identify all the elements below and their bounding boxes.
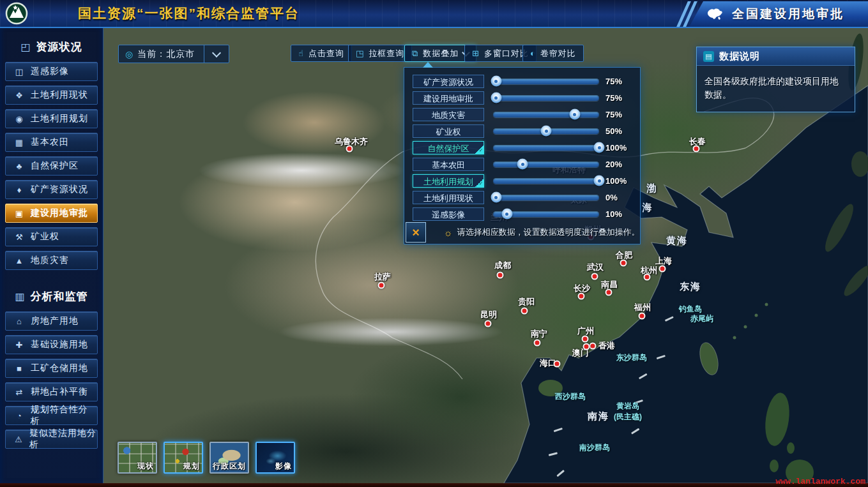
- opacity-value: 75%: [605, 77, 634, 86]
- sidebar-item[interactable]: ⇄ 耕地占补平衡: [5, 382, 98, 401]
- overlay-layer-row: 矿产资源状况 75%: [404, 73, 640, 89]
- toolbar-button[interactable]: ☝ 点击查询: [291, 45, 352, 62]
- china-map-icon: [705, 7, 724, 21]
- sidebar-item[interactable]: ◉ 土地利用规划: [5, 109, 98, 128]
- sidebar-item-label: 房地产用地: [31, 315, 79, 327]
- toolbar-button-icon: ◳: [356, 49, 364, 58]
- layer-select-button[interactable]: 土地利用规划: [413, 174, 484, 188]
- overlay-layer-row: 地质灾害 75%: [404, 106, 640, 123]
- sidebar-item[interactable]: ▣ 建设用地审批: [5, 204, 98, 223]
- toolbar-button-icon: ⧉: [412, 49, 418, 59]
- opacity-slider-track[interactable]: [493, 161, 599, 167]
- sidebar-item[interactable]: ⌂ 房地产用地: [5, 311, 98, 331]
- opacity-slider-track[interactable]: [493, 178, 599, 184]
- location-current-value: 当前：北京市: [137, 49, 204, 60]
- data-description-body: 全国各级政府批准的建设项目用地数据。: [697, 66, 855, 112]
- opacity-slider-track[interactable]: [493, 145, 599, 151]
- opacity-slider-thumb[interactable]: [594, 142, 605, 153]
- basemap-thumbnail[interactable]: 行政区划: [209, 442, 249, 474]
- app-header: 国土资源“一张图”和综合监管平台 全国建设用地审批: [0, 0, 868, 28]
- sidebar-item[interactable]: ⚒ 矿业权: [5, 227, 98, 246]
- opacity-slider-track[interactable]: [493, 128, 599, 134]
- data-description-title: 数据说明: [719, 50, 760, 63]
- layer-select-button[interactable]: 遥感影像: [413, 207, 484, 221]
- basemap-thumbnail-label: 行政区划: [213, 461, 246, 472]
- overlay-layer-row: 遥感影像 10%: [404, 206, 640, 222]
- toolbar-button-label: 拉框查询: [369, 48, 404, 59]
- overlay-hint-text: 请选择相应数据，设置数据透明度进行叠加操作。: [457, 227, 640, 238]
- toolbar-button[interactable]: ◐ 卷帘对比: [522, 45, 584, 62]
- opacity-value: 0%: [605, 193, 634, 202]
- basemap-thumbnail-label: 现状: [137, 461, 154, 472]
- toolbar-button-icon: ◐: [530, 49, 536, 58]
- sidebar-item[interactable]: ■ 工矿仓储用地: [5, 359, 98, 378]
- location-pin-icon: ◎: [125, 49, 133, 59]
- opacity-value: 100%: [605, 143, 634, 153]
- sidebar-item[interactable]: ◔ 规划符合性分析: [5, 406, 98, 425]
- resources-section-icon: ◰: [20, 41, 31, 53]
- sidebar-item[interactable]: ✚ 基础设施用地: [5, 335, 98, 354]
- sidebar-section-title: 分析和监管: [31, 289, 88, 304]
- close-panel-button[interactable]: ×: [406, 222, 426, 243]
- toolbar-button-label: 点击查询: [308, 48, 344, 59]
- lightbulb-icon: ☼: [444, 227, 453, 238]
- layer-select-button[interactable]: 地质灾害: [413, 108, 484, 121]
- panel-caret: [423, 62, 433, 68]
- sidebar-item-icon: ⌂: [13, 317, 25, 326]
- chevron-down-icon[interactable]: [212, 49, 221, 57]
- basemap-thumbnail[interactable]: 影像: [255, 442, 295, 474]
- sidebar-item[interactable]: ⚠ 疑似违法用地分析: [5, 430, 98, 449]
- sidebar-item[interactable]: ▦ 基本农田: [5, 133, 98, 152]
- layer-select-button[interactable]: 建设用地审批: [413, 91, 484, 105]
- sidebar-item-label: 耕地占补平衡: [31, 386, 88, 398]
- map-canvas[interactable]: 乌鲁木齐 长春 呼和浩特 太原 兰州 郑州 拉萨 成都 武汉 合肥 上海 杭州 …: [103, 27, 868, 483]
- sidebar-items-analysis: ⌂ 房地产用地 ✚ 基础设施用地 ■ 工矿仓储用地 ⇄ 耕地占补平衡 ◔ 规划符…: [0, 311, 103, 449]
- opacity-slider-track[interactable]: [493, 211, 599, 217]
- app-title: 国土资源“一张图”和综合监管平台: [78, 4, 300, 22]
- sidebar-item[interactable]: ❖ 土地利用现状: [5, 86, 98, 105]
- opacity-value: 100%: [605, 176, 634, 186]
- data-description-panel: ▤ 数据说明 全国各级政府批准的建设项目用地数据。: [696, 47, 855, 112]
- sidebar-item-icon: ⇄: [13, 387, 25, 397]
- app-logo-icon: [5, 2, 28, 25]
- sidebar-item-label: 地质灾害: [31, 255, 69, 266]
- overlay-layer-row: 基本农田 20%: [404, 156, 640, 172]
- opacity-slider-track[interactable]: [493, 195, 599, 200]
- layer-select-button[interactable]: 基本农田: [413, 158, 484, 171]
- sidebar-item[interactable]: ♣ 自然保护区: [5, 156, 98, 176]
- layer-select-button[interactable]: 自然保护区: [413, 141, 484, 154]
- opacity-slider-thumb[interactable]: [594, 176, 605, 186]
- sidebar-item[interactable]: ♦ 矿产资源状况: [5, 180, 98, 199]
- opacity-slider-thumb[interactable]: [541, 126, 552, 137]
- opacity-slider-thumb[interactable]: [491, 192, 501, 203]
- opacity-slider-track[interactable]: [493, 112, 599, 117]
- overlay-layer-row: 土地利用现状 0%: [404, 189, 640, 206]
- document-icon: ▤: [703, 51, 714, 62]
- sidebar-item-label: 自然保护区: [31, 160, 79, 172]
- opacity-slider-thumb[interactable]: [501, 209, 512, 220]
- basemap-thumbnail[interactable]: 现状: [118, 442, 157, 474]
- module-banner[interactable]: 全国建设用地审批: [681, 1, 868, 27]
- sidebar-item-label: 遥感影像: [31, 66, 69, 77]
- opacity-value: 10%: [605, 209, 634, 219]
- sidebar-section-resources: ◰ 资源状况: [0, 36, 103, 57]
- layer-select-button[interactable]: 矿业权: [413, 124, 484, 138]
- layer-select-button[interactable]: 矿产资源状况: [413, 75, 484, 88]
- basemap-thumbnail[interactable]: 规划: [164, 442, 203, 474]
- toolbar-button[interactable]: ◳ 拉框查询: [348, 45, 412, 62]
- sidebar-item[interactable]: ◫ 遥感影像: [5, 62, 98, 81]
- opacity-value: 75%: [605, 110, 634, 119]
- sidebar-items-resources: ◫ 遥感影像 ❖ 土地利用现状 ◉ 土地利用规划 ▦ 基本农田 ♣ 自然保护区 …: [0, 62, 103, 270]
- analysis-section-icon: ▥: [15, 290, 25, 303]
- opacity-slider-track[interactable]: [493, 95, 599, 101]
- sidebar-item-label: 基本农田: [31, 137, 69, 148]
- opacity-slider-track[interactable]: [493, 79, 599, 84]
- layer-select-button[interactable]: 土地利用现状: [413, 191, 484, 204]
- opacity-slider-thumb[interactable]: [569, 109, 580, 120]
- opacity-slider-thumb[interactable]: [517, 159, 528, 170]
- opacity-slider-thumb[interactable]: [491, 76, 501, 87]
- sidebar-item[interactable]: ▲ 地质灾害: [5, 251, 98, 270]
- opacity-slider-thumb[interactable]: [491, 93, 501, 103]
- location-selector[interactable]: ◎ 当前：北京市: [118, 45, 229, 63]
- opacity-value: 50%: [605, 126, 634, 136]
